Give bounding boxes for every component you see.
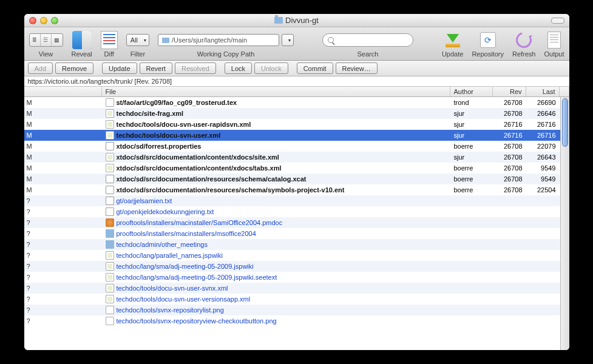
table-row[interactable]: Mxtdoc/sd/forrest.propertiesboerre267082… bbox=[24, 141, 569, 152]
file-cell: prooftools/installers/macinstaller/SamiO… bbox=[102, 218, 450, 227]
output-button[interactable]: Output bbox=[544, 31, 564, 58]
action-bar: Add Remove Update Revert Resolved Lock U… bbox=[24, 61, 569, 76]
rev-cell: 26716 bbox=[493, 121, 526, 128]
file-name: prooftools/installers/macinstaller/SamiO… bbox=[117, 219, 283, 226]
file-icon bbox=[106, 120, 114, 129]
file-list: Mst/fao/art/cg09/fao_cg09_trosterud.text… bbox=[24, 97, 569, 350]
file-cell: st/fao/art/cg09/fao_cg09_trosterud.tex bbox=[102, 98, 450, 107]
last-cell: 22079 bbox=[526, 143, 560, 150]
table-row[interactable]: Mxtdoc/sd/src/documentation/content/xdoc… bbox=[24, 163, 569, 174]
update-button[interactable]: Update bbox=[442, 31, 463, 58]
vertical-scrollbar[interactable] bbox=[560, 97, 569, 350]
table-row[interactable]: Mtechdoc/tools/docu-svn-user.xmlsjur2671… bbox=[24, 130, 569, 141]
table-row[interactable]: ?techdoc/admin/other_meetings bbox=[24, 239, 569, 250]
file-cell: techdoc/lang/sma/adj-meeting-05-2009.jsp… bbox=[102, 262, 450, 271]
file-icon bbox=[106, 109, 114, 118]
reveal-button[interactable]: Reveal bbox=[72, 31, 92, 58]
review-button[interactable]: Review… bbox=[336, 62, 378, 74]
table-row[interactable]: ?gt/oarjjelsamien.txt bbox=[24, 195, 569, 206]
file-name: xtdoc/sd/src/documentation/resources/sch… bbox=[117, 175, 307, 183]
repository-button[interactable]: ⟳ Repository bbox=[472, 31, 504, 58]
table-row[interactable]: Mtechdoc/site-frag.xmlsjur2670826646 bbox=[24, 108, 569, 119]
table-row[interactable]: ?techdoc/lang/sma/adj-meeting-05-2009.js… bbox=[24, 261, 569, 272]
close-button[interactable] bbox=[29, 17, 36, 24]
table-row[interactable]: Mtechdoc/tools/docu-svn-user-rapidsvn.xm… bbox=[24, 119, 569, 130]
table-row[interactable]: Mxtdoc/sd/src/documentation/resources/sc… bbox=[24, 174, 569, 184]
rev-cell: 26716 bbox=[493, 132, 526, 139]
diff-icon bbox=[101, 31, 118, 49]
working-copy-path-field[interactable]: /Users/sjur/langtech/main bbox=[158, 34, 279, 46]
table-row[interactable]: ?prooftools/installers/macinstallers/mso… bbox=[24, 228, 569, 239]
zoom-button[interactable] bbox=[51, 17, 58, 24]
file-cell: xtdoc/sd/src/documentation/resources/sch… bbox=[102, 186, 450, 194]
scroll-thumb[interactable] bbox=[562, 98, 568, 147]
table-row[interactable]: ?techdoc/tools/docu-svn-user-svnx.xml bbox=[24, 283, 569, 294]
column-author[interactable]: Author bbox=[450, 87, 493, 96]
minimize-button[interactable] bbox=[40, 17, 47, 24]
table-row[interactable]: ?techdoc/tools/svnx-repositorylist.png bbox=[24, 305, 569, 315]
table-row[interactable]: ?techdoc/lang/parallel_names.jspwiki bbox=[24, 250, 569, 261]
repository-icon: ⟳ bbox=[480, 32, 496, 48]
status-cell: ? bbox=[24, 197, 102, 204]
file-cell: techdoc/tools/svnx-repositoryview-checko… bbox=[102, 317, 450, 325]
file-name: gt/openkjeldekodekunngjering.txt bbox=[117, 208, 214, 215]
file-name: techdoc/lang/sma/adj-meeting-05-2009.jsp… bbox=[117, 263, 254, 270]
main-toolbar: ≣☰▦ View Reveal Diff All▾ Filter /Users/… bbox=[24, 27, 569, 61]
author-cell: boerre bbox=[450, 143, 493, 150]
commit-button[interactable]: Commit bbox=[297, 62, 333, 74]
rev-cell: 26708 bbox=[493, 186, 526, 194]
filter-combo[interactable]: All▾ bbox=[126, 34, 149, 46]
author-cell: sjur bbox=[450, 110, 493, 117]
refresh-icon bbox=[513, 29, 535, 51]
output-label: Output bbox=[544, 50, 564, 58]
remove-button[interactable]: Remove bbox=[55, 62, 93, 74]
status-cell: ? bbox=[24, 241, 102, 248]
column-file[interactable]: File bbox=[102, 87, 450, 96]
refresh-button[interactable]: Refresh bbox=[512, 31, 536, 58]
column-rev[interactable]: Rev bbox=[493, 87, 526, 96]
table-row[interactable]: Mxtdoc/sd/src/documentation/content/xdoc… bbox=[24, 152, 569, 163]
toolbar-toggle-button[interactable] bbox=[551, 18, 564, 24]
last-cell: 26716 bbox=[526, 132, 560, 139]
add-button[interactable]: Add bbox=[28, 62, 53, 74]
file-cell: techdoc/tools/docu-svn-user-versionsapp.… bbox=[102, 295, 450, 303]
file-name: xtdoc/sd/src/documentation/content/xdocs… bbox=[117, 164, 282, 172]
table-row[interactable]: ?techdoc/lang/sma/adj-meeting-05-2009.js… bbox=[24, 272, 569, 283]
table-row[interactable]: ?gt/openkjeldekodekunngjering.txt bbox=[24, 206, 569, 217]
view-segment[interactable]: ≣☰▦ View bbox=[29, 31, 63, 58]
file-cell: xtdoc/sd/src/documentation/content/xdocs… bbox=[102, 153, 450, 161]
file-name: techdoc/lang/sma/adj-meeting-05-2009.jsp… bbox=[117, 274, 277, 281]
status-cell: ? bbox=[24, 208, 102, 215]
file-cell: prooftools/installers/macinstallers/msof… bbox=[102, 229, 450, 238]
update-action-button[interactable]: Update bbox=[102, 62, 137, 74]
diff-button[interactable]: Diff bbox=[101, 31, 118, 58]
rev-cell: 26708 bbox=[493, 175, 526, 183]
file-cell: xtdoc/sd/src/documentation/resources/sch… bbox=[102, 175, 450, 183]
finder-icon bbox=[72, 31, 92, 49]
file-name: techdoc/tools/docu-svn-user-versionsapp.… bbox=[117, 295, 251, 303]
file-icon bbox=[106, 186, 114, 194]
file-cell: xtdoc/sd/src/documentation/content/xdocs… bbox=[102, 164, 450, 172]
last-cell: 9549 bbox=[526, 164, 560, 172]
table-row[interactable]: ?techdoc/tools/docu-svn-user-versionsapp… bbox=[24, 294, 569, 305]
file-name: prooftools/installers/macinstallers/msof… bbox=[117, 230, 256, 237]
unlock-button[interactable]: Unlock bbox=[254, 62, 288, 74]
table-row[interactable]: ?prooftools/installers/macinstaller/Sami… bbox=[24, 217, 569, 228]
table-row[interactable]: Mxtdoc/sd/src/documentation/resources/sc… bbox=[24, 184, 569, 195]
revert-button[interactable]: Revert bbox=[140, 62, 172, 74]
file-name: techdoc/tools/svnx-repositoryview-checko… bbox=[117, 317, 277, 325]
table-row[interactable]: ?techdoc/tools/svnx-repositoryview-check… bbox=[24, 315, 569, 326]
folder-icon bbox=[274, 17, 283, 24]
file-icon bbox=[106, 284, 114, 292]
file-name: techdoc/tools/svnx-repositorylist.png bbox=[117, 306, 224, 314]
author-cell: boerre bbox=[450, 175, 493, 183]
search-input[interactable] bbox=[322, 33, 413, 47]
file-icon bbox=[106, 218, 114, 227]
resolved-button[interactable]: Resolved bbox=[175, 62, 216, 74]
table-row[interactable]: Mst/fao/art/cg09/fao_cg09_trosterud.text… bbox=[24, 97, 569, 108]
column-status[interactable] bbox=[24, 87, 102, 96]
lock-button[interactable]: Lock bbox=[225, 62, 252, 74]
output-icon bbox=[547, 32, 561, 49]
column-last[interactable]: Last bbox=[526, 87, 560, 96]
path-history-button[interactable]: ▾ bbox=[282, 34, 294, 46]
